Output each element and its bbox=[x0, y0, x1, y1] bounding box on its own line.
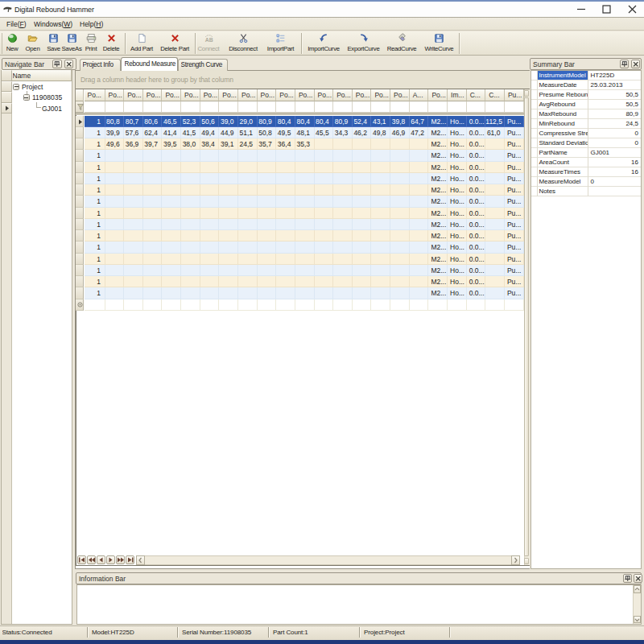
svg-text:AB: AB bbox=[204, 37, 213, 43]
